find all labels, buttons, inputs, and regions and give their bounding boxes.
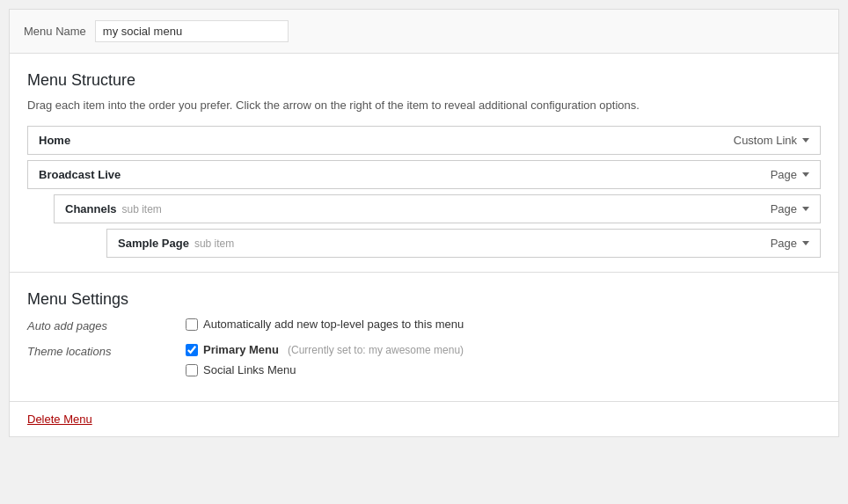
- menu-item-channels[interactable]: Channels sub item Page: [54, 194, 821, 223]
- menu-item-broadcast-label: Broadcast Live: [39, 168, 121, 181]
- auto-add-content: Automatically add new top-level pages to…: [186, 318, 464, 331]
- chevron-down-icon[interactable]: [802, 241, 809, 245]
- menu-item-channels-sublabel: sub item: [122, 203, 162, 215]
- primary-menu-label[interactable]: Primary Menu (Currently set to: my aweso…: [186, 343, 464, 356]
- auto-add-checkbox-label[interactable]: Automatically add new top-level pages to…: [186, 318, 464, 331]
- menu-name-input[interactable]: [95, 20, 289, 42]
- menu-item-broadcast-live[interactable]: Broadcast Live Page: [27, 160, 821, 189]
- social-links-label[interactable]: Social Links Menu: [186, 363, 464, 376]
- social-links-checkbox[interactable]: [186, 364, 198, 376]
- menu-item-home-left: Home: [39, 134, 70, 147]
- theme-locations-label: Theme locations: [27, 343, 168, 358]
- menu-item-sample-label: Sample Page: [118, 237, 189, 250]
- theme-locations-content: Primary Menu (Currently set to: my aweso…: [186, 343, 464, 376]
- menu-item-sample-page[interactable]: Sample Page sub item Page: [106, 229, 821, 258]
- menu-items-list: Home Custom Link Broadcast Live Page: [27, 126, 821, 258]
- menu-structure-section: Menu Structure Drag each item into the o…: [10, 54, 838, 272]
- menu-item-channels-right: Page: [771, 202, 809, 215]
- delete-menu-section: Delete Menu: [10, 401, 838, 436]
- menu-settings-title: Menu Settings: [27, 290, 821, 309]
- menu-item-sample-type: Page: [771, 237, 797, 250]
- primary-menu-text: Primary Menu: [203, 343, 279, 356]
- primary-menu-note: (Currently set to: my awesome menu): [288, 344, 464, 356]
- menu-item-channels-label: Channels: [65, 202, 117, 215]
- menu-name-label: Menu Name: [24, 25, 86, 38]
- menu-item-broadcast-right: Page: [771, 168, 809, 181]
- chevron-down-icon[interactable]: [802, 172, 809, 177]
- menu-item-channels-left: Channels sub item: [65, 202, 162, 215]
- menu-editor-panel: Menu Name Menu Structure Drag each item …: [9, 9, 839, 437]
- menu-item-broadcast-type: Page: [771, 168, 797, 181]
- auto-add-checkbox-text: Automatically add new top-level pages to…: [203, 318, 464, 331]
- menu-structure-desc: Drag each item into the order you prefer…: [27, 99, 821, 112]
- menu-name-row: Menu Name: [10, 10, 838, 54]
- auto-add-checkbox[interactable]: [186, 318, 198, 331]
- menu-settings-section: Menu Settings Auto add pages Automatical…: [10, 273, 838, 401]
- menu-item-sample-left: Sample Page sub item: [118, 237, 234, 250]
- chevron-down-icon[interactable]: [802, 207, 809, 211]
- auto-add-label: Auto add pages: [27, 318, 168, 332]
- social-links-text: Social Links Menu: [203, 363, 296, 376]
- delete-menu-button[interactable]: Delete Menu: [27, 413, 92, 426]
- menu-item-channels-type: Page: [771, 202, 797, 215]
- menu-item-broadcast-left: Broadcast Live: [39, 168, 121, 181]
- chevron-down-icon[interactable]: [802, 138, 809, 142]
- menu-structure-title: Menu Structure: [27, 71, 821, 90]
- theme-locations-row: Theme locations Primary Menu (Currently …: [27, 343, 821, 376]
- menu-item-home[interactable]: Home Custom Link: [27, 126, 821, 155]
- primary-menu-checkbox[interactable]: [186, 344, 198, 356]
- menu-item-home-type: Custom Link: [734, 134, 797, 147]
- auto-add-row: Auto add pages Automatically add new top…: [27, 318, 821, 332]
- menu-item-sample-right: Page: [771, 237, 809, 250]
- menu-item-sample-sublabel: sub item: [194, 237, 234, 250]
- menu-item-home-label: Home: [39, 134, 70, 147]
- menu-item-home-right: Custom Link: [734, 134, 809, 147]
